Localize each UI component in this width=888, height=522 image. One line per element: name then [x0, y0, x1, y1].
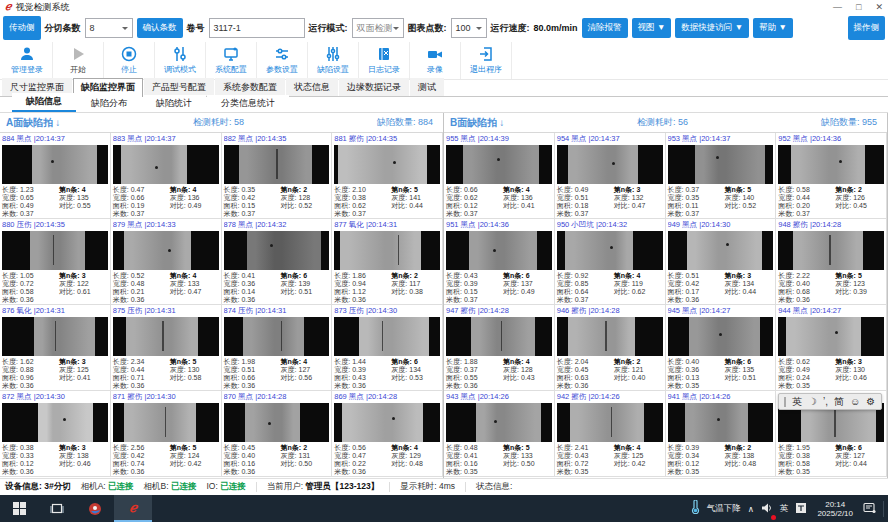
confirm-count-button[interactable]: 确认条数: [137, 18, 183, 38]
defect-image[interactable]: [668, 403, 774, 442]
subtab-defect-distribution[interactable]: 缺陷分布: [77, 95, 141, 112]
drive-side-button[interactable]: 传动侧: [3, 16, 41, 40]
defect-image[interactable]: [113, 145, 219, 184]
defect-cell[interactable]: 874 压伤 |20:14:31 长度: 1.98 宽度: 0.51 面积: 0…: [222, 305, 333, 391]
defect-image[interactable]: [334, 231, 440, 270]
defect-image[interactable]: [2, 317, 108, 356]
clock[interactable]: 20:14 2025/2/10: [814, 500, 856, 518]
ime-halfwidth-icon[interactable]: ☽: [808, 394, 817, 409]
defect-cell[interactable]: 943 黑点 |20:14:26 长度: 0.48 宽度: 0.41 面积: 0…: [444, 391, 555, 477]
defect-image[interactable]: [778, 317, 884, 356]
defect-cell[interactable]: 947 擦伤 |20:14:28 长度: 1.88 宽度: 0.37 面积: 0…: [444, 305, 555, 391]
tab-edge-data-record[interactable]: 边缘数据记录: [339, 78, 409, 96]
defect-cell[interactable]: 873 压伤 |20:14:30 长度: 1.44 宽度: 0.39 面积: 0…: [332, 305, 443, 391]
view-menu-button[interactable]: 视图 ▼: [632, 18, 672, 38]
start-button[interactable]: [0, 495, 38, 522]
defect-cell[interactable]: 880 压伤 |20:14:35 长度: 1.05 宽度: 0.72 面积: 0…: [0, 219, 111, 305]
defect-image[interactable]: [2, 403, 108, 442]
defect-settings-button[interactable]: 缺陷设置: [308, 42, 359, 79]
defect-image[interactable]: [668, 145, 774, 184]
task-view-button[interactable]: [38, 495, 76, 522]
weather-status-text[interactable]: 气温下降: [707, 503, 741, 515]
ime-language-toggle[interactable]: 英: [792, 394, 802, 409]
defect-cell[interactable]: 955 黑点 |20:14:39 长度: 0.66 宽度: 0.62 面积: 0…: [444, 133, 555, 219]
defect-cell[interactable]: 944 黑点 |20:14:27 长度: 0.62 宽度: 0.49 面积: 0…: [776, 305, 887, 391]
maximize-button[interactable]: □: [856, 2, 861, 12]
defect-image[interactable]: [224, 403, 330, 442]
tab-status-info[interactable]: 状态信息: [286, 78, 338, 96]
operator-side-button[interactable]: 操作侧: [848, 16, 886, 40]
defect-cell[interactable]: 872 黑点 |20:14:30 长度: 0.38 宽度: 0.33 面积: 0…: [0, 391, 111, 477]
defect-image[interactable]: [557, 231, 663, 270]
defect-image[interactable]: [446, 317, 552, 356]
slit-count-select[interactable]: 8: [85, 18, 133, 38]
defect-image[interactable]: [557, 403, 663, 442]
defect-cell[interactable]: 871 擦伤 |20:14:30 长度: 2.56 宽度: 0.42 面积: 0…: [111, 391, 222, 477]
defect-cell[interactable]: 883 黑点 |20:14:37 长度: 0.47 宽度: 0.66 面积: 0…: [111, 133, 222, 219]
defect-cell[interactable]: 877 氧化 |20:14:31 长度: 1.86 宽度: 0.94 面积: 1…: [332, 219, 443, 305]
defect-image[interactable]: [224, 317, 330, 356]
ime-punctuation-toggle[interactable]: ’,: [823, 394, 828, 409]
sort-arrow-icon[interactable]: ↓: [55, 117, 60, 128]
sort-arrow-icon[interactable]: ↓: [499, 117, 504, 128]
ime-settings-icon[interactable]: ⚙: [866, 394, 875, 409]
data-quick-access-button[interactable]: 数据快捷访问 ▼: [675, 18, 749, 38]
tab-test[interactable]: 测试: [410, 78, 444, 96]
defect-cell[interactable]: 953 黑点 |20:14:37 长度: 0.37 宽度: 0.35 面积: 0…: [666, 133, 777, 219]
defect-cell[interactable]: 949 黑点 |20:14:30 长度: 0.51 宽度: 0.42 面积: 0…: [666, 219, 777, 305]
close-button[interactable]: ✕: [875, 2, 883, 12]
defect-image[interactable]: [334, 403, 440, 442]
defect-image[interactable]: [778, 145, 884, 184]
tab-system-param-config[interactable]: 系统参数配置: [215, 78, 285, 96]
defect-cell[interactable]: 884 黑点 |20:14:37 长度: 1.23 宽度: 0.65 面积: 0…: [0, 133, 111, 219]
defect-cell[interactable]: 942 擦伤 |20:14:26 长度: 2.41 宽度: 0.43 面积: 0…: [555, 391, 666, 477]
debug-mode-button[interactable]: 调试模式: [155, 42, 206, 79]
log-record-button[interactable]: 日志记录: [359, 42, 410, 79]
defect-cell[interactable]: 945 黑点 |20:14:27 长度: 0.40 宽度: 0.36 面积: 0…: [666, 305, 777, 391]
defect-image[interactable]: [224, 145, 330, 184]
defect-cell[interactable]: 948 擦伤 |20:14:28 长度: 2.22 宽度: 0.40 面积: 0…: [776, 219, 887, 305]
subtab-defect-stats[interactable]: 缺陷统计: [142, 95, 206, 112]
taskbar-app-inspection-system[interactable]: ℯ: [114, 495, 152, 522]
defect-cell[interactable]: 951 黑点 |20:14:36 长度: 0.43 宽度: 0.39 面积: 0…: [444, 219, 555, 305]
input-language-indicator[interactable]: 英: [780, 503, 789, 515]
notification-center-icon[interactable]: [863, 500, 876, 518]
chart-points-select[interactable]: 100: [451, 18, 487, 38]
record-video-button[interactable]: 录像: [410, 42, 461, 79]
defect-cell[interactable]: 878 黑点 |20:14:32 长度: 0.41 宽度: 0.36 面积: 0…: [222, 219, 333, 305]
defect-cell[interactable]: 881 擦伤 |20:14:35 长度: 2.10 宽度: 0.38 面积: 0…: [332, 133, 443, 219]
subtab-class-info-stats[interactable]: 分类信息统计: [207, 95, 289, 112]
ime-simplified-toggle[interactable]: 简: [834, 394, 844, 409]
defect-image[interactable]: [668, 231, 774, 270]
defect-image[interactable]: [557, 317, 663, 356]
ime-drag-handle[interactable]: [784, 397, 786, 407]
defect-image[interactable]: [2, 145, 108, 184]
defect-image[interactable]: [557, 145, 663, 184]
defect-cell[interactable]: 869 黑点 |20:14:28 长度: 0.56 宽度: 0.47 面积: 0…: [332, 391, 443, 477]
help-menu-button[interactable]: 帮助 ▼: [753, 18, 793, 38]
defect-cell[interactable]: 876 氧化 |20:14:31 长度: 1.62 宽度: 0.88 面积: 0…: [0, 305, 111, 391]
defect-cell[interactable]: 954 黑点 |20:14:37 长度: 0.49 宽度: 0.51 面积: 0…: [555, 133, 666, 219]
defect-cell[interactable]: 882 黑点 |20:14:35 长度: 0.35 宽度: 0.42 面积: 0…: [222, 133, 333, 219]
subtab-defect-info[interactable]: 缺陷信息: [12, 93, 76, 112]
tab-defect-monitor[interactable]: 缺陷监控界面: [73, 78, 143, 97]
stop-button[interactable]: 停止: [104, 42, 155, 79]
defect-image[interactable]: [113, 317, 219, 356]
system-config-button[interactable]: 系统配置: [206, 42, 257, 79]
start-button[interactable]: 开始: [53, 42, 104, 79]
thermometer-icon[interactable]: [691, 500, 700, 518]
defect-cell[interactable]: 946 擦伤 |20:14:28 长度: 2.04 宽度: 0.45 面积: 0…: [555, 305, 666, 391]
ime-emoji-icon[interactable]: ☺: [850, 394, 860, 409]
param-settings-button[interactable]: 参数设置: [257, 42, 308, 79]
defect-image[interactable]: [446, 403, 552, 442]
defect-image[interactable]: [113, 231, 219, 270]
defect-image[interactable]: [113, 403, 219, 442]
defect-image[interactable]: [224, 231, 330, 270]
defect-cell[interactable]: 870 黑点 |20:14:28 长度: 0.45 宽度: 0.40 面积: 0…: [222, 391, 333, 477]
ime-tray-icon[interactable]: [795, 500, 807, 518]
minimize-button[interactable]: —: [833, 2, 842, 12]
defect-image[interactable]: [446, 231, 552, 270]
defect-image[interactable]: [446, 145, 552, 184]
taskbar-app-browser[interactable]: [76, 495, 114, 522]
run-mode-select[interactable]: 双面检测: [352, 18, 404, 38]
